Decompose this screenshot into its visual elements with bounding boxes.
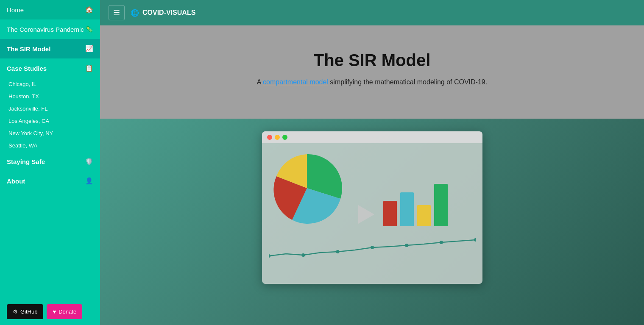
compartmental-model-link[interactable]: compartmental model xyxy=(263,78,328,86)
window-title-bar xyxy=(262,131,482,143)
brand-name: COVID-VISUALS xyxy=(142,9,195,17)
github-label: GitHub xyxy=(20,308,37,315)
hamburger-icon: ☰ xyxy=(113,8,120,17)
sidebar-sub-chicago[interactable]: Chicago, IL xyxy=(0,78,100,90)
coronavirus-label: The Coronavirus Pandemic xyxy=(7,26,84,33)
brand: 🌐 COVID-VISUALS xyxy=(131,9,195,17)
bar-2 xyxy=(400,192,414,226)
staying-safe-label: Staying Safe xyxy=(7,158,45,165)
donate-label: Donate xyxy=(59,308,76,315)
sidebar-sub-seattle[interactable]: Seattle, WA xyxy=(0,139,100,152)
svg-point-5 xyxy=(439,241,443,244)
svg-point-3 xyxy=(370,246,374,249)
bar-4 xyxy=(434,184,448,226)
svg-point-0 xyxy=(269,254,270,258)
pie-chart xyxy=(269,150,345,228)
sidebar-item-coronavirus[interactable]: The Coronavirus Pandemic 🦠 xyxy=(0,19,100,39)
svg-point-1 xyxy=(301,253,305,257)
sidebar-sub-jacksonville[interactable]: Jacksonville, FL xyxy=(0,103,100,115)
about-icon: 👤 xyxy=(85,177,93,185)
sidebar-sub-losangeles[interactable]: Los Angeles, CA xyxy=(0,115,100,127)
sir-model-label: The SIR Model xyxy=(7,45,50,53)
window-dot-green xyxy=(282,135,287,140)
chart-content xyxy=(262,143,482,271)
donate-button[interactable]: ♥ Donate xyxy=(47,304,82,319)
charts-row xyxy=(269,150,476,228)
sidebar: Home 🏠 The Coronavirus Pandemic 🦠 The SI… xyxy=(0,0,100,325)
top-navbar: ☰ 🌐 COVID-VISUALS xyxy=(100,0,644,25)
bar-1 xyxy=(383,201,397,226)
svg-point-2 xyxy=(336,250,339,253)
hero-section: The SIR Model A compartmental model simp… xyxy=(100,25,644,119)
bar-3 xyxy=(417,205,431,226)
window-dot-red xyxy=(267,135,272,140)
bar-chart xyxy=(383,184,476,228)
chart-line-icon: 📈 xyxy=(85,45,93,53)
case-studies-label: Case Studies xyxy=(7,65,47,72)
brand-icon: 🌐 xyxy=(131,9,139,17)
staying-safe-icon: 🛡️ xyxy=(85,158,93,165)
play-button[interactable] xyxy=(358,205,374,224)
svg-point-4 xyxy=(405,244,408,247)
line-chart xyxy=(269,235,476,264)
github-icon: ⚙ xyxy=(13,308,18,315)
window-dot-yellow xyxy=(275,135,280,140)
about-label: About xyxy=(7,178,25,185)
sidebar-item-sir-model[interactable]: The SIR Model 📈 xyxy=(0,39,100,58)
svg-point-6 xyxy=(474,238,475,242)
hamburger-button[interactable]: ☰ xyxy=(109,5,125,20)
sidebar-sub-houston[interactable]: Houston, TX xyxy=(0,90,100,103)
sidebar-item-staying-safe[interactable]: Staying Safe 🛡️ xyxy=(0,152,100,171)
sidebar-item-about[interactable]: About 👤 xyxy=(0,171,100,191)
sidebar-item-case-studies[interactable]: Case Studies 📋 xyxy=(0,58,100,78)
sidebar-sub-newyork[interactable]: New York City, NY xyxy=(0,127,100,139)
github-button[interactable]: ⚙ GitHub xyxy=(7,304,43,319)
main-content: ☰ 🌐 COVID-VISUALS The SIR Model A compar… xyxy=(100,0,644,325)
heart-icon: ♥ xyxy=(53,308,56,315)
content-section xyxy=(100,119,644,325)
sidebar-item-home[interactable]: Home 🏠 xyxy=(0,0,100,19)
home-label: Home xyxy=(7,6,24,14)
home-icon: 🏠 xyxy=(85,6,93,14)
case-studies-icon: 📋 xyxy=(85,64,93,72)
coronavirus-icon: 🦠 xyxy=(85,25,93,33)
chart-window xyxy=(262,131,482,284)
page-title: The SIR Model xyxy=(117,51,627,70)
hero-subtitle: A compartmental model simplifying the ma… xyxy=(117,78,627,86)
sidebar-action-buttons: ⚙ GitHub ♥ Donate xyxy=(0,298,100,325)
